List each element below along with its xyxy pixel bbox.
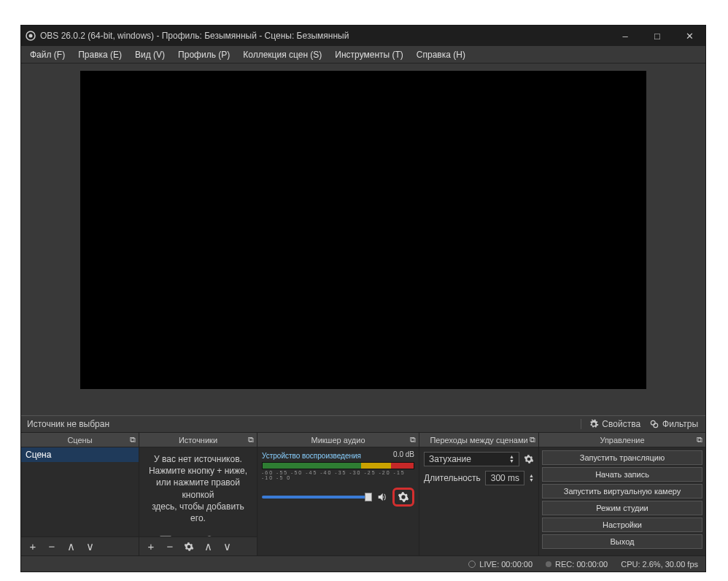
- start-vcam-button[interactable]: Запустить виртуальную камеру: [542, 484, 702, 499]
- mixer-db-value: 0.0 dB: [393, 450, 414, 458]
- remove-source-button[interactable]: −: [161, 539, 179, 555]
- controls-dock: Управление⧉ Запустить трансляцию Начать …: [539, 433, 705, 555]
- window-title: OBS 26.0.2 (64-bit, windows) - Профиль: …: [40, 31, 609, 41]
- add-source-button[interactable]: +: [142, 539, 160, 555]
- sources-dock: Источники⧉ У вас нет источников. Нажмите…: [139, 433, 257, 555]
- mixer-device-label: Устройство воспроизведения: [262, 452, 361, 460]
- settings-button[interactable]: Настройки: [542, 517, 702, 532]
- status-rec: REC: 00:00:00: [546, 560, 608, 569]
- image-icon: [158, 534, 174, 536]
- mixer-title: Микшер аудио: [311, 436, 365, 445]
- transition-select[interactable]: Затухание ▲▼: [424, 452, 519, 466]
- transition-settings-button[interactable]: [524, 454, 534, 464]
- filters-icon: [649, 419, 659, 429]
- source-down-button[interactable]: ∨: [218, 539, 236, 555]
- duration-label: Длительность: [424, 473, 481, 483]
- source-settings-button[interactable]: [180, 539, 198, 555]
- start-stream-button[interactable]: Запустить трансляцию: [542, 450, 702, 465]
- popout-icon[interactable]: ⧉: [130, 435, 136, 445]
- preview-canvas[interactable]: [80, 71, 646, 389]
- mixer-settings-button[interactable]: [398, 491, 409, 503]
- camera-icon: [223, 534, 239, 536]
- menubar: Файл (F) Правка (E) Вид (V) Профиль (P) …: [21, 46, 705, 64]
- statusbar: LIVE: 00:00:00 REC: 00:00:00 CPU: 2.6%, …: [21, 555, 705, 572]
- transitions-dock: Переходы между сценами⧉ Затухание ▲▼ Дли…: [419, 433, 539, 555]
- scene-down-button[interactable]: ∨: [81, 539, 98, 555]
- menu-view[interactable]: Вид (V): [129, 48, 171, 61]
- no-source-label: Источник не выбран: [21, 419, 581, 429]
- start-record-button[interactable]: Начать запись: [542, 467, 702, 482]
- minimize-button[interactable]: –: [609, 26, 641, 46]
- globe-icon: [201, 534, 217, 536]
- broadcast-icon: [468, 561, 476, 568]
- scene-up-button[interactable]: ∧: [62, 539, 80, 555]
- exit-button[interactable]: Выход: [542, 534, 702, 549]
- record-dot-icon: [546, 561, 551, 567]
- spinner-buttons[interactable]: ▲▼: [529, 474, 534, 482]
- sources-empty-message: У вас нет источников. Нажмите кнопку + н…: [139, 447, 257, 530]
- preview-area: [21, 64, 705, 415]
- chevron-updown-icon: ▲▼: [509, 455, 514, 463]
- svg-point-1: [29, 34, 33, 38]
- sources-title: Источники: [179, 436, 217, 445]
- duration-input[interactable]: 300 ms: [485, 471, 524, 485]
- display-icon: [179, 534, 195, 536]
- status-live: LIVE: 00:00:00: [468, 560, 533, 569]
- scene-item[interactable]: Сцена: [21, 447, 139, 462]
- popout-icon[interactable]: ⧉: [248, 435, 254, 445]
- titlebar: OBS 26.0.2 (64-bit, windows) - Профиль: …: [21, 26, 705, 46]
- menu-help[interactable]: Справка (H): [411, 48, 471, 61]
- menu-tools[interactable]: Инструменты (T): [329, 48, 408, 61]
- close-button[interactable]: ✕: [673, 26, 705, 46]
- meter-ticks: -60 -55 -50 -45 -40 -35 -30 -25 -20 -15 …: [262, 470, 414, 480]
- properties-button[interactable]: Свойства: [589, 419, 640, 429]
- filters-button[interactable]: Фильтры: [649, 419, 698, 429]
- docks: Сцены⧉ Сцена + − ∧ ∨ Источники⧉ У вас не…: [21, 433, 705, 555]
- maximize-button[interactable]: □: [641, 26, 673, 46]
- scenes-title: Сцены: [67, 436, 92, 445]
- menu-scene-collection[interactable]: Коллекция сцен (S): [237, 48, 328, 61]
- menu-file[interactable]: Файл (F): [24, 48, 71, 61]
- add-scene-button[interactable]: +: [24, 539, 42, 555]
- controls-title: Управление: [600, 436, 644, 445]
- app-icon: [21, 30, 40, 42]
- mixer-settings-highlight: [392, 488, 414, 507]
- transitions-title: Переходы между сценами: [430, 436, 527, 445]
- source-toolbar: Источник не выбран Свойства Фильтры: [21, 415, 705, 433]
- scenes-dock: Сцены⧉ Сцена + − ∧ ∨: [21, 433, 139, 555]
- volume-slider[interactable]: [262, 496, 372, 499]
- status-cpu: CPU: 2.6%, 30.00 fps: [621, 560, 698, 569]
- popout-icon[interactable]: ⧉: [410, 435, 416, 445]
- source-up-button[interactable]: ∧: [199, 539, 217, 555]
- popout-icon[interactable]: ⧉: [530, 435, 535, 445]
- svg-point-3: [654, 423, 658, 428]
- app-window: OBS 26.0.2 (64-bit, windows) - Профиль: …: [20, 25, 706, 572]
- mixer-dock: Микшер аудио⧉ Устройство воспроизведения…: [257, 433, 419, 555]
- studio-mode-button[interactable]: Режим студии: [542, 501, 702, 515]
- remove-scene-button[interactable]: −: [43, 539, 61, 555]
- svg-point-2: [651, 420, 655, 425]
- popout-icon[interactable]: ⧉: [697, 435, 702, 445]
- speaker-icon[interactable]: [376, 491, 388, 503]
- audio-meter: [262, 462, 414, 469]
- menu-profile[interactable]: Профиль (P): [172, 48, 236, 61]
- gear-icon: [589, 419, 599, 429]
- menu-edit[interactable]: Правка (E): [72, 48, 128, 61]
